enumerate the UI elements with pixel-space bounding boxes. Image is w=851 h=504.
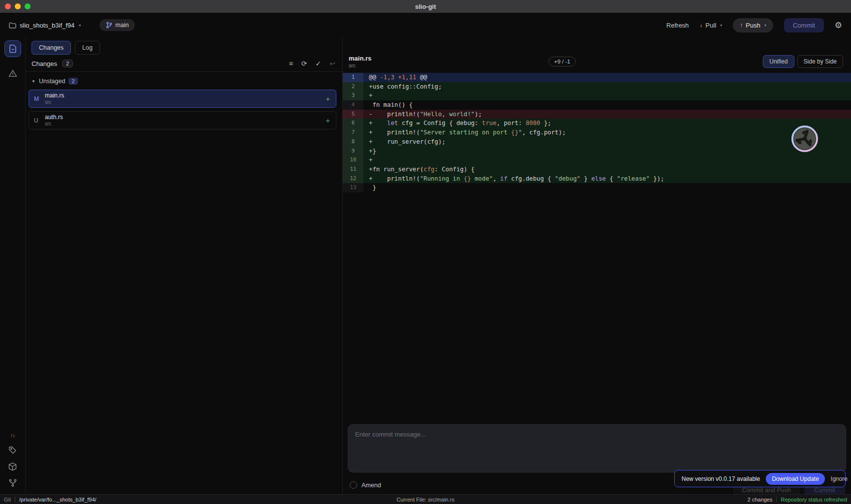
arrow-up-icon: ↑ xyxy=(740,22,743,29)
update-notification-text: New version v0.0.17 available xyxy=(682,475,760,482)
diff-line-number: 8 xyxy=(343,137,363,147)
statusbar-refresh-status: Repository status refreshed xyxy=(781,497,847,503)
panel-tabs: Changes Log xyxy=(26,37,342,55)
diff-line-code: @@ -1,3 +1,11 @@ xyxy=(363,73,427,82)
changes-panel: Changes Log Changes 2 ≡ ⟳ ✓ ↩ ▼ Unstaged… xyxy=(26,37,342,494)
diff-line-number: 6 xyxy=(343,119,363,128)
caret-down-icon: ▾ xyxy=(764,23,766,28)
undo-icon[interactable]: ↩ xyxy=(329,60,335,67)
branch-selector[interactable]: main xyxy=(99,19,135,31)
diff-line-number: 11 xyxy=(343,165,363,174)
diff-line: 2+use config::Config; xyxy=(343,82,851,92)
diff-lines: 1@@ -1,3 +1,11 @@2+use config::Config;3+… xyxy=(343,73,851,192)
sync-arrows-icon[interactable]: ↑↓ xyxy=(10,432,15,438)
repo-selector[interactable]: slio_shots_b3if_f94 ▾ xyxy=(9,22,81,29)
tab-changes[interactable]: Changes xyxy=(32,41,71,55)
diff-line-code: + println!("Server starting on port {}",… xyxy=(363,128,566,137)
download-update-button[interactable]: Download Update xyxy=(766,473,824,485)
diff-line-number: 9 xyxy=(343,147,363,156)
sidebar-item-changes[interactable] xyxy=(4,40,21,57)
statusbar-current-file: Current File: src/main.rs xyxy=(0,497,851,503)
diff-header: main.rs src +9 / -1 Unified Side by Side xyxy=(343,50,851,73)
diff-line: 1@@ -1,3 +1,11 @@ xyxy=(343,73,851,82)
diff-file-dir: src xyxy=(349,63,371,69)
diff-line-number: 13 xyxy=(343,183,363,192)
file-list: Mmain.rssrc+Uauth.rssrc+ xyxy=(26,89,342,129)
diff-line: 3+ xyxy=(343,91,851,100)
commit-message-input[interactable] xyxy=(348,424,846,472)
refresh-icon[interactable]: ⟳ xyxy=(301,60,307,67)
diff-line-code: } xyxy=(363,183,376,192)
window-title: slio-git xyxy=(0,3,851,10)
package-icon[interactable] xyxy=(8,462,17,471)
collapse-caret-icon: ▼ xyxy=(32,79,35,84)
folder-icon xyxy=(9,22,16,29)
caret-down-icon: ▾ xyxy=(79,23,81,28)
changes-header: Changes 2 ≡ ⟳ ✓ ↩ xyxy=(26,55,342,72)
update-notification: New version v0.0.17 available Download U… xyxy=(674,470,846,487)
stage-file-button[interactable]: + xyxy=(326,117,330,125)
sidebar-item-warnings[interactable] xyxy=(5,66,20,81)
repo-name: slio_shots_b3if_f94 xyxy=(20,22,74,29)
unstaged-label: Unstaged xyxy=(39,78,65,85)
diff-line: 12+ println!("Running in {} mode", if cf… xyxy=(343,174,851,184)
unstaged-group-header[interactable]: ▼ Unstaged 2 xyxy=(26,72,342,89)
amend-checkbox[interactable] xyxy=(350,481,357,489)
arrow-down-icon: ↓ xyxy=(700,22,703,29)
file-meta: auth.rssrc xyxy=(45,114,63,126)
view-mode-unified[interactable]: Unified xyxy=(763,55,794,68)
push-button[interactable]: ↑ Push ▾ xyxy=(733,18,773,32)
stage-file-button[interactable]: + xyxy=(326,95,330,103)
diff-line: 5- println!("Hello, world!"); xyxy=(343,110,851,119)
file-status-badge: U xyxy=(34,117,42,124)
amend-option: Amend xyxy=(350,481,381,489)
diff-panel: main.rs src +9 / -1 Unified Side by Side… xyxy=(342,37,851,494)
activity-bar: ↑↓ xyxy=(0,37,26,494)
refresh-button[interactable]: Refresh xyxy=(666,22,689,29)
file-dir: src xyxy=(45,121,63,127)
diff-line-number: 1 xyxy=(343,73,363,82)
caret-down-icon: ▾ xyxy=(720,23,722,28)
diff-line: 7+ println!("Server starting on port {}"… xyxy=(343,128,851,137)
menu-icon[interactable]: ≡ xyxy=(289,60,293,67)
statusbar-repo-path: /private/var/fo..._shots_b3if_f94/ xyxy=(19,497,97,503)
diff-line: 11+fn run_server(cfg: Config) { xyxy=(343,165,851,174)
diff-line-code: +use config::Config; xyxy=(363,82,442,92)
changes-title: Changes xyxy=(32,60,57,67)
file-name: auth.rs xyxy=(45,114,63,121)
file-status-badge: M xyxy=(34,95,42,102)
diff-line-code: - println!("Hello, world!"); xyxy=(363,110,482,119)
diff-line-code: fn main() { xyxy=(363,100,413,110)
toolbar: slio_shots_b3if_f94 ▾ main Refresh ↓ Pul… xyxy=(0,13,851,37)
diff-line-number: 3 xyxy=(343,91,363,100)
tab-log[interactable]: Log xyxy=(75,41,100,55)
diff-line: 13 } xyxy=(343,183,851,192)
git-fork-icon[interactable] xyxy=(9,479,17,487)
diff-line-code: + xyxy=(363,156,372,165)
pull-button[interactable]: ↓ Pull ▾ xyxy=(700,22,722,29)
statusbar-divider xyxy=(15,497,15,502)
ignore-update-button[interactable]: Ignore xyxy=(831,475,848,482)
branch-name: main xyxy=(115,22,129,29)
file-name: main.rs xyxy=(45,93,64,99)
diff-view-toggle: Unified Side by Side xyxy=(763,55,843,68)
statusbar-divider xyxy=(776,497,777,502)
diff-line-number: 10 xyxy=(343,156,363,165)
warning-icon xyxy=(8,69,17,77)
commit-toolbar-button[interactable]: Commit xyxy=(784,18,824,32)
file-dir: src xyxy=(45,99,64,105)
diff-line-code: +fn run_server(cfg: Config) { xyxy=(363,165,475,174)
diff-file-name: main.rs xyxy=(349,55,371,63)
diff-line-code: +} xyxy=(363,147,376,156)
status-bar: Git /private/var/fo..._shots_b3if_f94/ C… xyxy=(0,494,851,504)
tag-icon[interactable] xyxy=(8,446,17,454)
file-row[interactable]: Uauth.rssrc+ xyxy=(29,111,336,129)
view-mode-side-by-side[interactable]: Side by Side xyxy=(797,55,843,68)
file-diff-icon xyxy=(9,44,17,53)
diff-stats-badge: +9 / -1 xyxy=(549,57,576,66)
file-row[interactable]: Mmain.rssrc+ xyxy=(29,90,336,108)
stage-all-check-icon[interactable]: ✓ xyxy=(316,60,322,67)
app-logo-watermark xyxy=(791,125,818,153)
gear-icon[interactable]: ⚙ xyxy=(835,21,842,30)
statusbar-git-label: Git xyxy=(4,497,11,503)
